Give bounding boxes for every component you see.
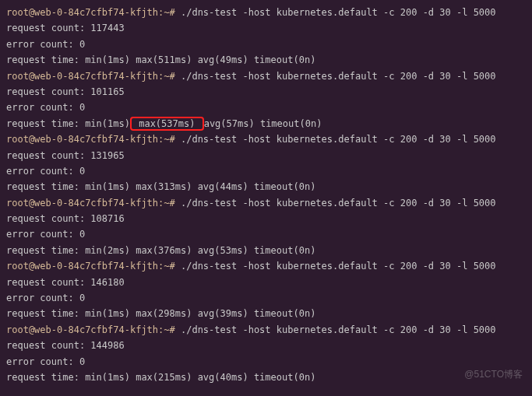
shell-prompt: root@web-0-84c7cfbf74-kfjth:~# [6, 7, 181, 18]
command-line: root@web-0-84c7cfbf74-kfjth:~# ./dns-tes… [6, 5, 526, 20]
request-time-line: request time: min(1ms) max(215ms) avg(40… [6, 370, 526, 385]
command-text: ./dns-test -host kubernetes.default -c 2… [181, 198, 496, 209]
command-line: root@web-0-84c7cfbf74-kfjth:~# ./dns-tes… [6, 195, 526, 211]
request-time-line: request time: min(1ms) max(511ms) avg(49… [6, 52, 526, 68]
error-count-line: error count: 0 [6, 226, 526, 242]
request-count-line: request count: 146180 [6, 275, 526, 290]
shell-prompt: root@web-0-84c7cfbf74-kfjth:~# [6, 198, 181, 209]
request-time-line: request time: min(2ms) max(376ms) avg(53… [6, 243, 526, 258]
request-count-line: request count: 117443 [6, 20, 526, 36]
request-time-line: request time: min(1ms) max(537ms) avg(57… [6, 116, 526, 131]
watermark: @51CTO博客 [464, 366, 523, 382]
error-count-line: error count: 0 [6, 163, 526, 179]
error-count-line: error count: 0 [6, 37, 526, 52]
highlighted-max-time: max(537ms) [130, 117, 204, 131]
time-pre: request time: min(1ms) [6, 118, 130, 129]
shell-prompt: root@web-0-84c7cfbf74-kfjth:~# [6, 134, 181, 145]
shell-prompt: root@web-0-84c7cfbf74-kfjth:~# [6, 261, 181, 272]
request-count-line: request count: 131965 [6, 148, 526, 163]
command-line: root@web-0-84c7cfbf74-kfjth:~# ./dns-tes… [6, 322, 526, 338]
terminal-output: root@web-0-84c7cfbf74-kfjth:~# ./dns-tes… [6, 5, 526, 385]
command-line: root@web-0-84c7cfbf74-kfjth:~# ./dns-tes… [6, 258, 526, 274]
request-time-line: request time: min(1ms) max(298ms) avg(39… [6, 306, 526, 321]
command-text: ./dns-test -host kubernetes.default -c 2… [181, 134, 496, 145]
command-text: ./dns-test -host kubernetes.default -c 2… [181, 261, 496, 272]
command-line: root@web-0-84c7cfbf74-kfjth:~# ./dns-tes… [6, 68, 526, 84]
error-count-line: error count: 0 [6, 354, 526, 370]
request-count-line: request count: 144986 [6, 338, 526, 353]
error-count-line: error count: 0 [6, 100, 526, 115]
error-count-line: error count: 0 [6, 290, 526, 306]
request-count-line: request count: 101165 [6, 84, 526, 100]
command-line: root@web-0-84c7cfbf74-kfjth:~# ./dns-tes… [6, 131, 526, 147]
shell-prompt: root@web-0-84c7cfbf74-kfjth:~# [6, 71, 181, 82]
request-count-line: request count: 108716 [6, 211, 526, 226]
request-time-line: request time: min(1ms) max(313ms) avg(44… [6, 179, 526, 194]
command-text: ./dns-test -host kubernetes.default -c 2… [181, 71, 496, 82]
time-post: avg(57ms) timeout(0n) [204, 118, 322, 129]
shell-prompt: root@web-0-84c7cfbf74-kfjth:~# [6, 324, 181, 335]
command-text: ./dns-test -host kubernetes.default -c 2… [181, 7, 496, 18]
command-text: ./dns-test -host kubernetes.default -c 2… [181, 324, 496, 335]
